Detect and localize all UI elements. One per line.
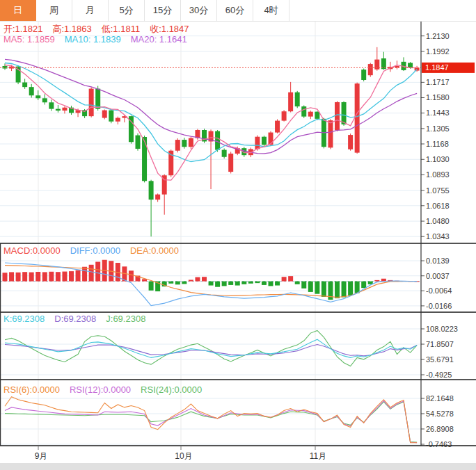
candle-body [142, 137, 147, 181]
rsi12-line [5, 400, 417, 443]
price-axis-label: 1.1030 [426, 155, 450, 163]
macd-hist-bar [22, 272, 27, 281]
macd-hist-bar [189, 279, 193, 281]
macd-hist-bar [355, 282, 360, 293]
candle-body [288, 92, 293, 111]
macd-hist-bar [69, 271, 74, 281]
macd-hist-bar [3, 273, 8, 281]
macd-value-2: DEA:0.0000 [130, 245, 179, 256]
candle-body [215, 131, 220, 150]
macd-hist-bar [29, 273, 34, 282]
kdj-value-0: K:69.2308 [3, 314, 45, 324]
rsi-value-2: RSI(24):0.0000 [141, 384, 202, 395]
candle-body [22, 83, 27, 88]
candle-body [155, 195, 160, 200]
macd-hist-bar [262, 282, 267, 285]
macd-hist-bar [82, 267, 87, 282]
price-axis-label: 1.0755 [426, 186, 450, 195]
ma-value-0: MA5: 1.1859 [3, 34, 55, 44]
candle-body [335, 102, 340, 130]
tab-interval-月[interactable]: 月 [72, 0, 109, 21]
macd-hist-bar [275, 282, 280, 286]
candle-body [255, 137, 260, 149]
rsi-axis-label: -0.7463 [426, 440, 452, 448]
tab-interval-15分[interactable]: 15分 [145, 0, 181, 21]
candle-body [328, 120, 333, 147]
price-axis-label: 1.1580 [426, 93, 450, 102]
macd-value-1: DIFF:0.0000 [70, 245, 120, 256]
price-axis-label: 1.0480 [426, 217, 450, 225]
month-label: 10月 [175, 451, 192, 461]
macd-hist-bar [209, 282, 214, 286]
macd-hist-bar [269, 282, 273, 286]
candle-body [109, 111, 113, 122]
macd-hist-bar [202, 277, 207, 281]
macd-hist-bar [182, 282, 187, 284]
rsi-axis-label: 54.5278 [426, 410, 454, 418]
ma-value-1: MA10: 1.1839 [65, 34, 121, 44]
macd-axis-label: -0.0064 [426, 286, 452, 295]
macd-hist-bar [168, 282, 173, 284]
bottom-scrollbar-track[interactable] [0, 463, 476, 470]
macd-hist-bar [228, 282, 233, 285]
kdj-axis-label: 71.8507 [426, 340, 454, 348]
ohlc-value-2: 低:1.1811 [102, 24, 140, 34]
macd-hist-bar [342, 282, 347, 298]
ohlc-value-1: 高:1.1863 [52, 24, 91, 34]
macd-hist-bar [248, 282, 253, 284]
candle-body [56, 109, 61, 111]
kdj-axis-label: -0.4925 [426, 371, 452, 379]
macd-hist-bar [361, 282, 366, 289]
ma-header: MA5: 1.1859MA10: 1.1839MA20: 1.1641 [3, 34, 197, 44]
candle-body [49, 102, 54, 108]
price-axis-label: 1.2130 [426, 32, 450, 40]
ma-value-2: MA20: 1.1641 [131, 34, 187, 44]
macd-hist-bar [76, 270, 81, 282]
tab-interval-5分[interactable]: 5分 [109, 0, 145, 21]
macd-hist-bar [62, 272, 67, 282]
macd-hist-bar [175, 282, 180, 285]
macd-hist-bar [308, 282, 313, 292]
macd-hist-bar [301, 282, 306, 289]
interval-tabbar: 日周月5分15分30分60分4时 [0, 0, 476, 22]
j-line [5, 330, 417, 366]
macd-hist-bar [215, 282, 220, 287]
price-axis-label: 1.1168 [426, 140, 449, 148]
candle-body [222, 150, 227, 157]
candle-body [62, 108, 67, 111]
candle-body [308, 112, 313, 117]
month-label: 11月 [310, 451, 326, 461]
macd-hist-bar [49, 272, 54, 282]
ohlc-value-0: 开:1.1821 [3, 24, 42, 34]
candle-body [275, 121, 280, 133]
candle-body [361, 70, 366, 80]
price-axis-label: 1.1717 [426, 78, 450, 86]
tab-interval-日[interactable]: 日 [0, 0, 36, 21]
macd-value-0: MACD:0.0000 [3, 245, 61, 256]
tab-interval-4时[interactable]: 4时 [253, 0, 289, 21]
candle-body [348, 135, 353, 149]
macd-hist-bar [282, 277, 287, 281]
candle-body [295, 92, 300, 106]
candle-body [175, 140, 180, 151]
price-axis-label: 1.1992 [426, 47, 450, 56]
tab-interval-60分[interactable]: 60分 [217, 0, 253, 21]
macd-hist-bar [95, 262, 100, 282]
ohlc-value-3: 收:1.1847 [150, 24, 189, 34]
rsi-value-0: RSI(6):0.0000 [3, 384, 60, 395]
macd-hist-bar [195, 277, 200, 282]
macd-hist-bar [288, 276, 293, 281]
candle-body [368, 64, 373, 75]
macd-hist-bar [335, 282, 340, 298]
tab-interval-周[interactable]: 周 [36, 0, 72, 21]
macd-hist-bar [9, 272, 14, 281]
tab-interval-30分[interactable]: 30分 [181, 0, 217, 21]
macd-hist-bar [56, 272, 61, 281]
kdj-value-2: J:69.2308 [106, 314, 145, 324]
macd-header: MACD:0.0000DIFF:0.0000DEA:0.0000 [3, 245, 189, 256]
macd-hist-bar [42, 272, 47, 281]
rsi-value-1: RSI(12):0.0000 [70, 384, 131, 395]
candle-body [269, 133, 273, 145]
macd-hist-bar [89, 265, 94, 282]
macd-hist-bar [322, 282, 326, 297]
